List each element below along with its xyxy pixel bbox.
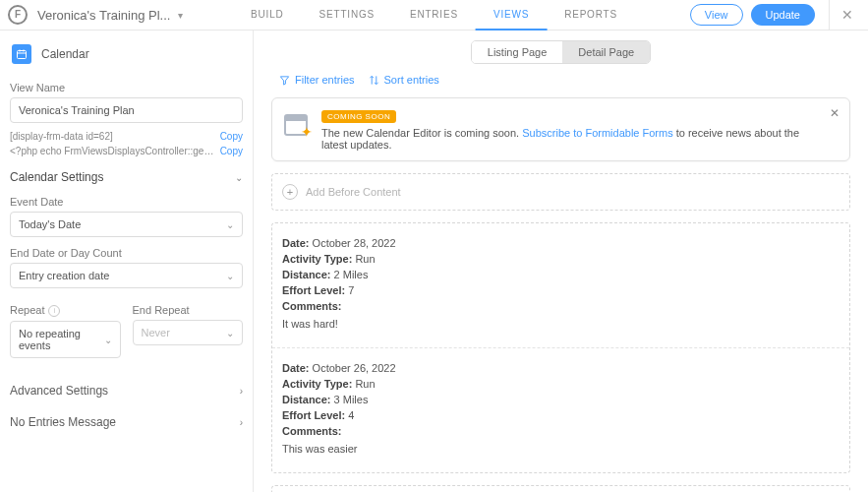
add-before-content-button[interactable]: + Add Before Content [272,174,849,210]
calendar-spark-icon: ✦ [284,112,310,138]
sort-icon [369,75,379,86]
repeat-label: Repeati [10,304,121,317]
end-date-label: End Date or Day Count [10,247,243,259]
filter-entries-label: Filter entries [295,74,355,86]
calendar-settings-header[interactable]: Calendar Settings ⌄ [10,158,243,190]
advanced-settings-header[interactable]: Advanced Settings › [10,372,243,403]
calendar-settings-label: Calendar Settings [10,170,103,184]
entries-block: Date: October 28, 2022 Activity Type: Ru… [271,222,850,473]
tab-reports[interactable]: REPORTS [547,0,635,31]
view-button[interactable]: View [690,4,743,26]
chevron-down-icon: ⌄ [235,172,243,183]
event-date-select[interactable]: Today's Date ⌄ [10,212,243,237]
close-notice-icon[interactable]: ✕ [830,106,839,120]
top-bar: F Veronica's Training Pl... ▾ BUILD SETT… [0,0,868,31]
event-date-value: Today's Date [19,218,81,230]
advanced-settings-label: Advanced Settings [10,384,108,398]
svg-marker-4 [280,76,288,84]
sort-entries-link[interactable]: Sort entries [369,74,439,86]
tab-entries[interactable]: ENTRIES [392,0,476,31]
add-after-content-button[interactable]: + Add After Content [272,486,849,492]
view-type-row: Calendar [10,40,243,76]
calendar-icon [12,44,31,64]
chevron-down-icon: ⌄ [226,219,234,230]
brand-icon: F [8,5,28,25]
copy-link-2[interactable]: Copy [220,146,243,156]
notice-text: The new Calendar Editor is coming soon. … [321,127,816,151]
filter-row: Filter entries Sort entries [279,74,850,86]
end-repeat-select[interactable]: Never ⌄ [133,320,244,345]
svg-rect-0 [18,51,27,59]
repeat-select[interactable]: No repeating events ⌄ [10,321,121,358]
close-icon[interactable]: ✕ [829,0,856,31]
chevron-right-icon: › [240,417,243,428]
filter-icon [279,75,290,86]
coming-soon-badge: COMING SOON [321,110,396,123]
shortcode-text-2: <?php echo FrmViewsDisplaysController::g… [10,146,214,156]
repeat-value: No repeating events [19,328,104,351]
end-repeat-label: End Repeat [133,304,244,316]
main-panel: Listing Page Detail Page Filter entries … [254,31,868,492]
add-before-label: Add Before Content [306,186,401,198]
shortcode-row-1: [display-frm-data id=62] Copy [10,123,243,144]
copy-link-1[interactable]: Copy [220,131,243,142]
end-repeat-value: Never [142,327,170,338]
page-toggle: Listing Page Detail Page [271,40,850,64]
end-date-select[interactable]: Entry creation date ⌄ [10,263,243,288]
listing-page-tab[interactable]: Listing Page [472,41,563,63]
tab-settings[interactable]: SETTINGS [302,0,392,31]
sidebar: Calendar View Name [display-frm-data id=… [0,31,254,492]
shortcode-row-2: <?php echo FrmViewsDisplaysController::g… [10,144,243,158]
top-actions: View Update ✕ [690,0,856,31]
plus-icon: + [282,184,298,200]
end-date-value: Entry creation date [19,270,109,281]
shortcode-text-1: [display-frm-data id=62] [10,131,214,142]
tab-build[interactable]: BUILD [233,0,301,31]
update-button[interactable]: Update [751,4,815,26]
top-nav-tabs: BUILD SETTINGS ENTRIES VIEWS REPORTS [233,0,635,31]
chevron-down-icon: ⌄ [226,271,234,281]
no-entries-label: No Entries Message [10,415,116,429]
view-type-label: Calendar [41,47,89,61]
view-title-dropdown[interactable]: Veronica's Training Pl... ▾ [37,8,183,23]
entry-row: Date: October 26, 2022 Activity Type: Ru… [272,347,849,472]
view-title: Veronica's Training Pl... [37,8,170,23]
coming-soon-notice: ✦ COMING SOON The new Calendar Editor is… [271,97,850,161]
info-icon[interactable]: i [48,305,60,317]
view-name-label: View Name [10,82,243,93]
chevron-down-icon: ⌄ [104,335,112,345]
sort-entries-label: Sort entries [384,74,439,86]
view-name-input[interactable] [10,97,243,123]
event-date-label: Event Date [10,196,243,208]
subscribe-link[interactable]: Subscribe to Formidable Forms [522,127,672,139]
tab-views[interactable]: VIEWS [476,0,547,31]
no-entries-header[interactable]: No Entries Message › [10,403,243,435]
before-content-block: + Add Before Content [271,173,850,211]
after-content-block: + Add After Content [271,485,850,492]
chevron-down-icon: ▾ [178,10,183,21]
chevron-down-icon: ⌄ [226,328,234,338]
chevron-right-icon: › [240,386,243,397]
detail-page-tab[interactable]: Detail Page [562,41,650,63]
entry-row: Date: October 28, 2022 Activity Type: Ru… [272,223,849,347]
filter-entries-link[interactable]: Filter entries [279,74,355,86]
